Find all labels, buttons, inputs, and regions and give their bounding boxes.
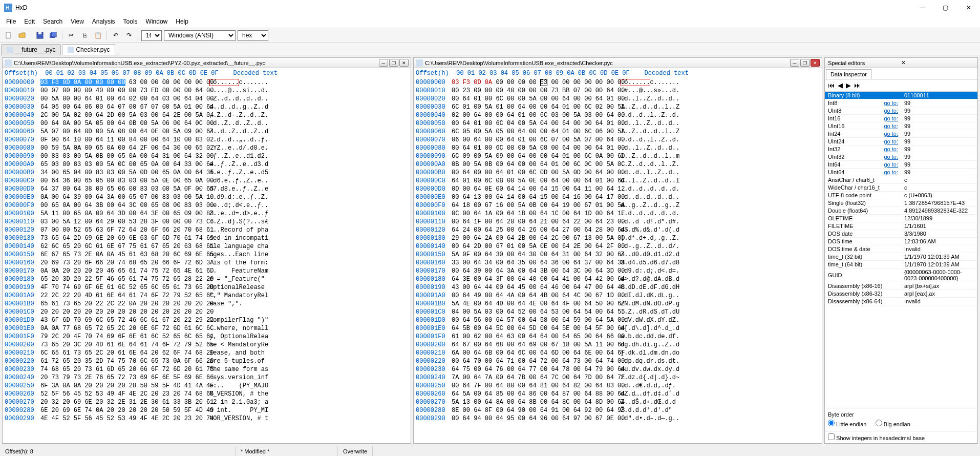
hex-row[interactable]: 0000022061 72 65 20 35 2D 74 75 70 6C 65… (3, 357, 411, 365)
hex-row[interactable]: 0000018064 3E 00 64 3F 00 64 40 00 64 41… (414, 275, 822, 283)
hex-row[interactable]: 000000906C 09 00 5A 09 00 64 00 00 64 01… (414, 152, 822, 160)
hex-row[interactable]: 0000020073 65 20 3C 20 4D 61 6E 64 61 74… (3, 341, 411, 349)
hex-row[interactable]: 000000C064 01 00 6C 0B 00 5A 0E 00 64 00… (414, 177, 822, 185)
hex-rows[interactable]: 0000000003 F3 0D 0A 00 00 00 00 63 00 00… (414, 78, 822, 423)
encoding-select[interactable]: Windows (ANSI) (164, 30, 236, 41)
tab-data-inspector[interactable]: Data inspector (826, 69, 871, 79)
hex-row[interactable]: 0000002000 5A 00 00 64 01 00 64 02 00 64… (3, 95, 411, 103)
hex-row[interactable]: 000001E00A 0A 77 68 65 72 65 2C 20 6E 6F… (3, 324, 411, 333)
hex-row[interactable]: 000002407A 00 64 7A 00 64 7B 00 64 7C 00… (414, 374, 822, 382)
inspector-row[interactable]: Disassembly (x86-16)arpl [bx+si],ax (825, 282, 977, 290)
menu-view[interactable]: View (67, 16, 88, 27)
inspector-row[interactable]: Int32go to:99 (825, 146, 977, 153)
hex-row[interactable]: 000000306C 01 00 5A 01 00 64 00 00 64 01… (414, 103, 822, 111)
hex-row[interactable]: 000002506F 3A 0A 0A 20 20 20 20 28 50 59… (3, 382, 411, 390)
goto-link[interactable]: go to: (884, 100, 898, 106)
hex-row[interactable]: 000001904F 70 74 69 6F 6E 61 6C 52 65 6C… (3, 283, 411, 292)
inspector-row[interactable]: FILETIME1/1/1601 (825, 222, 977, 230)
hex-row[interactable]: 000001D043 6F 6D 70 69 6C 65 72 46 6C 61… (3, 316, 411, 324)
radio-little-endian[interactable]: Little endian (828, 421, 866, 427)
inspector-row[interactable]: DOS time12:03:06 AM (825, 238, 977, 245)
hex-row[interactable]: 000000605A 07 00 64 0D 00 5A 08 00 64 0E… (3, 128, 411, 136)
hex-row[interactable]: 000000E00A 00 64 39 00 64 3A 00 65 07 00… (3, 193, 411, 201)
inspector-row[interactable]: Int8go to:99 (825, 99, 977, 107)
hex-row[interactable]: 000002106C 65 61 73 65 2C 20 61 6E 64 20… (3, 349, 411, 357)
hex-content[interactable]: Offset(h) 00 01 02 03 04 05 06 07 08 09 … (3, 68, 411, 443)
copy-icon[interactable]: ⎘ (79, 30, 90, 41)
minimize-button[interactable]: ─ (911, 0, 934, 15)
goto-link[interactable]: go to: (884, 154, 898, 160)
inspector-row[interactable]: Int16go to:99 (825, 115, 977, 122)
close-icon[interactable]: ✕ (399, 59, 409, 67)
hex-row[interactable]: 0000004002 00 64 00 00 64 01 00 6C 03 00… (414, 111, 822, 119)
inspector-row[interactable]: UInt24go to:99 (825, 138, 977, 146)
hex-row[interactable]: 0000016020 69 73 20 6F 66 20 74 68 65 20… (3, 259, 411, 267)
hex-row[interactable]: 000000C000 64 36 00 65 05 00 83 03 00 5A… (3, 177, 411, 185)
close-button[interactable]: ✕ (957, 0, 980, 15)
save-all-icon[interactable] (48, 30, 59, 41)
hex-row[interactable]: 0000026052 5F 56 45 52 53 49 4F 4E 2C 20… (3, 390, 411, 398)
hex-row[interactable]: 0000000003 F3 0D 0A 00 00 00 00 63 00 00… (414, 78, 822, 87)
menu-window[interactable]: Window (142, 16, 172, 27)
hex-row[interactable]: 0000020064 67 00 64 68 00 64 69 00 67 18… (414, 341, 822, 349)
hex-row[interactable]: 0000014000 64 2D 00 67 01 00 5A 0E 00 64… (414, 242, 822, 251)
hex-row[interactable]: 000000402C 00 5A 02 00 64 2D 00 5A 03 00… (3, 111, 411, 119)
prev-icon[interactable]: ◀ (838, 81, 843, 89)
inspector-row[interactable]: Int64go to:99 (825, 161, 977, 169)
hex-row[interactable]: 000001000C 00 64 1A 00 64 1B 00 64 1C 00… (414, 210, 822, 218)
hex-row[interactable]: 000000D064 37 00 64 38 00 65 06 00 83 03… (3, 185, 411, 193)
hex-row[interactable]: 000000A065 03 00 83 03 00 5A 0C 00 65 0A… (3, 160, 411, 169)
hex-row[interactable]: 0000009000 83 03 00 5A 0B 00 65 0A 00 64… (3, 152, 411, 160)
inspector-row[interactable]: Int24go to:99 (825, 130, 977, 138)
hex-row[interactable]: 000002806E 20 69 6E 74 0A 20 20 20 20 20… (3, 406, 411, 414)
open-file-icon[interactable] (16, 30, 28, 41)
last-icon[interactable]: ⏭ (854, 81, 861, 89)
hex-row[interactable]: 000001C004 00 5A 03 00 64 52 00 64 53 00… (414, 308, 822, 316)
hex-row[interactable]: 000001A000 64 49 00 64 4A 00 64 4B 00 64… (414, 292, 822, 300)
hex-row[interactable]: 000001C020 20 20 20 20 20 20 20 20 20 20… (3, 308, 411, 316)
menu-help[interactable]: Help (172, 16, 193, 27)
restore-icon[interactable]: ❐ (800, 59, 809, 67)
inspector-row[interactable]: UInt32go to:99 (825, 153, 977, 161)
hex-row[interactable]: 000002904E 4F 52 5F 56 45 52 53 49 4F 4E… (3, 414, 411, 423)
hex-row[interactable]: 000002106A 00 64 6B 00 64 6C 00 64 6D 00… (414, 349, 822, 357)
hex-row[interactable]: 0000013029 00 64 2A 00 64 2B 00 64 2C 00… (414, 234, 822, 242)
cut-icon[interactable]: ✂ (66, 30, 77, 41)
goto-link[interactable]: go to: (884, 169, 898, 175)
hex-row[interactable]: 0000023064 75 00 64 76 00 64 77 00 64 78… (414, 365, 822, 374)
hex-row[interactable]: 000000606C 05 00 5A 05 00 64 00 00 64 01… (414, 128, 822, 136)
inspector-row[interactable]: Double (float64)4.89124989382834E-322 (825, 207, 977, 215)
hex-row[interactable]: 0000018065 20 3D 20 22 5F 46 65 61 74 75… (3, 275, 411, 283)
menu-analysis[interactable]: Analysis (88, 16, 119, 27)
hex-row[interactable]: 0000012007 00 00 52 65 63 6F 72 64 20 6F… (3, 226, 411, 234)
hex-row[interactable]: 0000005000 64 0A 00 5A 05 00 64 0B 00 5A… (3, 119, 411, 128)
inspector-row[interactable]: time_t (32 bit)1/1/1970 12:01:39 AM (825, 253, 977, 261)
hex-row[interactable]: 0000025000 64 7F 00 64 80 00 64 81 00 64… (414, 382, 822, 390)
goto-link[interactable]: go to: (884, 146, 898, 152)
hex-row[interactable]: 000001E064 5B 00 64 5C 00 64 5D 00 64 5E… (414, 324, 822, 333)
tab-checker-pyc[interactable]: Checker.pyc (62, 44, 115, 55)
restore-icon[interactable]: ❐ (389, 59, 398, 67)
hex-row[interactable]: 000001F079 2C 20 4F 70 74 69 6F 6E 61 6C… (3, 333, 411, 341)
inspector-row[interactable]: Disassembly (x86-64)Invalid (825, 298, 977, 305)
hex-row[interactable]: 0000019043 00 64 44 00 64 45 00 64 46 00… (414, 283, 822, 292)
inspector-row[interactable]: WideChar / char16_tc (825, 184, 977, 192)
hex-row[interactable]: 000000F000 65 0A 00 64 3B 00 64 3C 00 65… (3, 201, 411, 210)
hex-content[interactable]: Offset(h) 00 01 02 03 04 05 06 07 08 09 … (414, 68, 822, 443)
radio-big-endian[interactable]: Big endian (876, 421, 910, 427)
maximize-button[interactable]: ▢ (934, 0, 957, 15)
minimize-icon[interactable]: ─ (379, 59, 388, 67)
hex-row[interactable]: 000000700F 00 64 10 00 64 11 00 84 00 00… (3, 136, 411, 144)
hex-row[interactable]: 0000008000 59 5A 0A 00 65 0A 00 64 2F 00… (3, 144, 411, 152)
hex-row[interactable]: 0000026064 5A 00 64 85 00 64 86 00 64 87… (414, 390, 822, 398)
goto-link[interactable]: go to: (884, 115, 898, 121)
hex-row[interactable]: 0000007006 00 64 00 00 64 01 00 6C 07 00… (414, 136, 822, 144)
menu-tools[interactable]: Tools (119, 16, 142, 27)
minimize-icon[interactable]: ─ (790, 59, 799, 67)
hex-row[interactable]: 000001B05A 4E 00 64 4D 00 64 4E 00 64 4F… (414, 300, 822, 308)
inspector-row[interactable]: OLETIME12/30/1899 (825, 215, 977, 222)
hex-row[interactable]: 000000D00D 00 64 0E 00 64 14 00 64 15 00… (414, 185, 822, 193)
goto-link[interactable]: go to: (884, 138, 898, 144)
base-select[interactable]: hex (238, 30, 268, 41)
goto-link[interactable]: go to: (884, 123, 898, 129)
